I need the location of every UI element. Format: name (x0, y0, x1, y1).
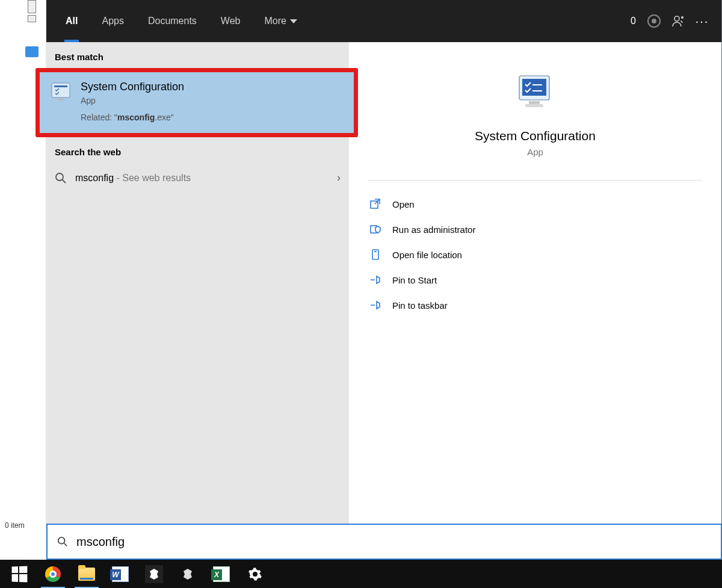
desktop-partial-icon (28, 15, 36, 22)
action-open-location[interactable]: Open file location (366, 242, 705, 267)
tab-apps[interactable]: Apps (90, 0, 135, 42)
action-label: Pin to taskbar (392, 300, 448, 311)
web-result-text: msconfig - See web results (75, 173, 337, 184)
chrome-icon (45, 566, 61, 583)
rewards-count: 0 (631, 16, 636, 26)
pin-icon (369, 274, 381, 286)
best-match-result[interactable]: System Configuration App Related: "mscon… (46, 68, 349, 137)
taskbar-unity[interactable] (171, 560, 205, 588)
preview-title: System Configuration (475, 129, 596, 143)
svg-rect-4 (58, 99, 64, 101)
options-button[interactable]: ··· (690, 9, 714, 33)
medal-icon (647, 14, 661, 28)
desktop-partial-folder-icon (25, 46, 39, 57)
svg-rect-11 (529, 101, 540, 104)
svg-line-18 (64, 543, 67, 546)
start-search-panel: All Apps Documents Web More 0 ··· Best m… (46, 0, 722, 560)
taskbar-word[interactable] (103, 560, 137, 588)
search-web-header: Search the web (46, 137, 349, 163)
explorer-status-text: 0 item (0, 519, 46, 531)
search-icon (55, 172, 67, 184)
search-box[interactable] (46, 524, 722, 560)
shield-icon (369, 223, 381, 235)
chevron-right-icon: › (337, 172, 341, 184)
action-run-admin[interactable]: Run as administrator (366, 217, 705, 242)
best-match-header: Best match (46, 42, 349, 68)
person-icon (671, 14, 685, 28)
taskbar-unity-hub[interactable] (137, 560, 171, 588)
action-open[interactable]: Open (366, 191, 705, 217)
action-pin-start[interactable]: Pin to Start (366, 267, 705, 292)
web-result-row[interactable]: msconfig - See web results › (46, 163, 349, 193)
desktop-partial-icon (28, 0, 36, 13)
svg-point-5 (56, 173, 63, 181)
action-label: Open file location (392, 250, 462, 260)
taskbar-excel[interactable] (205, 560, 238, 588)
svg-point-1 (682, 17, 683, 19)
svg-line-6 (63, 180, 66, 183)
taskbar-chrome[interactable] (36, 560, 70, 588)
word-icon (112, 566, 129, 583)
action-pin-taskbar[interactable]: Pin to taskbar (366, 292, 705, 318)
account-button[interactable] (666, 9, 690, 33)
action-label: Run as administrator (392, 224, 475, 235)
taskbar (0, 560, 722, 588)
chevron-down-icon (290, 19, 297, 23)
open-icon (369, 198, 381, 210)
msconfig-icon (51, 81, 72, 102)
tab-more[interactable]: More (252, 0, 309, 42)
svg-point-17 (58, 537, 65, 544)
windows-logo-icon (11, 566, 28, 583)
best-match-subtitle: App (81, 96, 184, 105)
results-column: Best match System Configuration App Rela… (46, 42, 349, 524)
svg-rect-12 (525, 104, 543, 107)
preview-subtitle: App (527, 147, 543, 157)
search-icon (57, 536, 68, 547)
action-label: Open (392, 199, 415, 209)
svg-rect-3 (54, 85, 67, 87)
tab-all[interactable]: All (54, 0, 90, 42)
svg-rect-2 (52, 83, 70, 97)
file-explorer-icon (78, 566, 95, 583)
best-match-related: Related: "msconfig.exe" (81, 113, 184, 122)
tab-web[interactable]: Web (209, 0, 253, 42)
preview-app-icon (514, 71, 557, 113)
excel-icon (213, 566, 230, 583)
folder-icon (369, 249, 381, 261)
rewards-button[interactable] (642, 9, 666, 33)
tab-documents[interactable]: Documents (136, 0, 209, 42)
best-match-title: System Configuration (81, 81, 184, 93)
gear-icon (247, 566, 264, 583)
start-button[interactable] (2, 560, 36, 588)
ellipsis-icon: ··· (696, 14, 709, 28)
svg-rect-8 (522, 79, 546, 96)
taskbar-settings[interactable] (238, 560, 272, 588)
taskbar-explorer[interactable] (70, 560, 103, 588)
pin-icon (369, 299, 381, 311)
unity-icon (145, 565, 163, 583)
search-header: All Apps Documents Web More 0 ··· (46, 0, 721, 42)
unity-icon (180, 566, 196, 582)
annotation-highlight: System Configuration App Related: "mscon… (35, 68, 358, 137)
preview-pane: System Configuration App Open Run as adm… (349, 42, 721, 524)
action-label: Pin to Start (392, 275, 437, 285)
tab-more-label: More (264, 16, 286, 26)
divider (368, 180, 702, 181)
svg-point-0 (674, 16, 679, 21)
search-input[interactable] (76, 535, 711, 549)
